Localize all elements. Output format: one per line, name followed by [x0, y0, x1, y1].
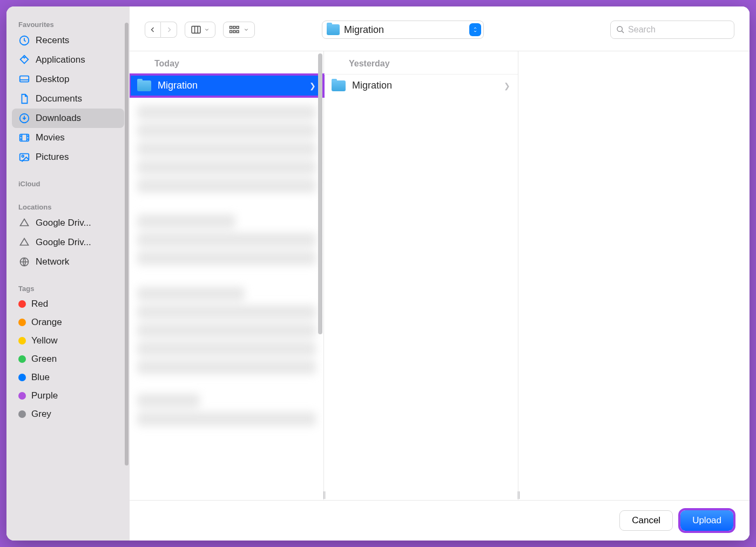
chevron-down-icon: [204, 28, 210, 32]
sidebar-tag-grey[interactable]: Grey: [12, 405, 124, 423]
sidebar-item-label: Grey: [31, 409, 51, 420]
sidebar-item-label: Yellow: [31, 335, 58, 346]
tag-dot-icon: [18, 374, 26, 381]
apps-icon: [18, 54, 30, 66]
forward-button[interactable]: [161, 22, 177, 38]
sidebar-item-movies[interactable]: Movies: [12, 128, 124, 147]
sidebar-item-label: Google Driv...: [36, 218, 91, 228]
sidebar-scrollbar[interactable]: [125, 23, 129, 465]
svg-point-14: [617, 26, 622, 31]
sidebar-tag-green[interactable]: Green: [12, 350, 124, 368]
svg-rect-3: [20, 134, 29, 141]
network-icon: [18, 256, 30, 268]
file-row-migration[interactable]: Migration ❯: [324, 75, 518, 97]
sidebar-header-favourites: Favourites: [12, 17, 124, 31]
back-button[interactable]: [145, 22, 161, 38]
cancel-button[interactable]: Cancel: [619, 510, 673, 531]
tag-dot-icon: [18, 410, 26, 418]
sidebar: Favourites Recents Applications Desktop …: [6, 6, 130, 541]
column-scrollbar[interactable]: [318, 53, 322, 334]
content-area: Migration Today Migration ❯: [130, 6, 750, 541]
sidebar-item-label: Pictures: [36, 152, 69, 163]
tag-dot-icon: [18, 337, 26, 345]
sidebar-header-icloud: iCloud: [12, 177, 124, 190]
sidebar-item-label: Green: [31, 354, 57, 364]
column-header: Yesterday: [324, 51, 518, 75]
desktop-icon: [18, 73, 30, 85]
chevron-right-icon: ❯: [309, 82, 316, 90]
sidebar-item-label: Network: [36, 256, 69, 267]
sidebar-item-label: Applications: [36, 55, 85, 65]
sidebar-item-recents[interactable]: Recents: [12, 31, 124, 50]
folder-icon: [137, 80, 151, 91]
columns: Today Migration ❯: [130, 51, 750, 500]
sidebar-item-pictures[interactable]: Pictures: [12, 147, 124, 167]
sidebar-item-label: Documents: [36, 93, 82, 104]
drive-icon: [18, 217, 30, 229]
tag-dot-icon: [18, 319, 26, 326]
search-input[interactable]: [628, 25, 728, 35]
sidebar-header-tags: Tags: [12, 281, 124, 295]
blurred-content: [130, 97, 323, 441]
sidebar-tag-yellow[interactable]: Yellow: [12, 332, 124, 350]
sidebar-item-label: Blue: [31, 372, 50, 383]
file-row-label: Migration: [352, 80, 392, 91]
sidebar-tag-red[interactable]: Red: [12, 295, 124, 313]
folder-icon: [332, 80, 346, 91]
pictures-icon: [18, 151, 30, 163]
preview-pane: [518, 51, 750, 500]
chevron-right-icon: ❯: [504, 82, 510, 90]
search-box[interactable]: [610, 21, 734, 39]
file-open-dialog: Favourites Recents Applications Desktop …: [6, 6, 750, 541]
current-folder-name: Migration: [344, 24, 465, 36]
svg-point-5: [22, 155, 24, 157]
svg-rect-7: [192, 26, 200, 33]
view-grouping-button[interactable]: [223, 22, 255, 38]
footer: Cancel Upload: [130, 500, 750, 541]
file-row-migration[interactable]: Migration ❯: [130, 75, 323, 97]
svg-rect-10: [237, 26, 239, 29]
svg-rect-13: [237, 31, 239, 33]
svg-rect-8: [230, 26, 232, 29]
toolbar: Migration: [130, 6, 750, 51]
sidebar-item-applications[interactable]: Applications: [12, 50, 124, 70]
path-stepper-icon: [469, 23, 481, 36]
sidebar-item-desktop[interactable]: Desktop: [12, 70, 124, 89]
sidebar-item-label: Desktop: [36, 74, 69, 85]
nav-buttons: [145, 22, 177, 38]
sidebar-tag-purple[interactable]: Purple: [12, 387, 124, 405]
sidebar-item-label: Purple: [31, 390, 58, 401]
drive-icon: [18, 237, 30, 248]
search-icon: [616, 25, 625, 35]
download-icon: [18, 112, 30, 124]
path-popup[interactable]: Migration: [322, 21, 484, 39]
column-yesterday: Yesterday Migration ❯ ‖: [324, 51, 518, 500]
svg-rect-12: [233, 31, 235, 33]
tag-dot-icon: [18, 355, 26, 363]
sidebar-tag-orange[interactable]: Orange: [12, 313, 124, 332]
sidebar-item-google-drive-1[interactable]: Google Driv...: [12, 213, 124, 233]
upload-button[interactable]: Upload: [680, 510, 733, 531]
column-header: Today: [130, 51, 323, 75]
sidebar-item-google-drive-2[interactable]: Google Driv...: [12, 233, 124, 252]
sidebar-item-label: Movies: [36, 132, 65, 143]
tag-dot-icon: [18, 300, 26, 308]
sidebar-tag-blue[interactable]: Blue: [12, 368, 124, 387]
chevron-down-icon: [244, 28, 249, 32]
sidebar-item-label: Orange: [31, 317, 62, 328]
sidebar-item-network[interactable]: Network: [12, 252, 124, 272]
svg-rect-9: [233, 26, 235, 29]
sidebar-header-locations: Locations: [12, 200, 124, 213]
document-icon: [18, 93, 30, 105]
column-resize-handle[interactable]: ‖: [517, 490, 521, 499]
sidebar-item-label: Downloads: [36, 113, 81, 124]
clock-icon: [18, 35, 30, 46]
sidebar-item-downloads[interactable]: Downloads: [12, 109, 124, 128]
file-row-label: Migration: [158, 80, 198, 91]
sidebar-item-documents[interactable]: Documents: [12, 89, 124, 109]
svg-rect-1: [20, 76, 29, 82]
view-columns-button[interactable]: [185, 22, 215, 38]
sidebar-item-label: Red: [31, 299, 48, 309]
svg-rect-11: [230, 31, 232, 33]
tag-dot-icon: [18, 392, 26, 400]
